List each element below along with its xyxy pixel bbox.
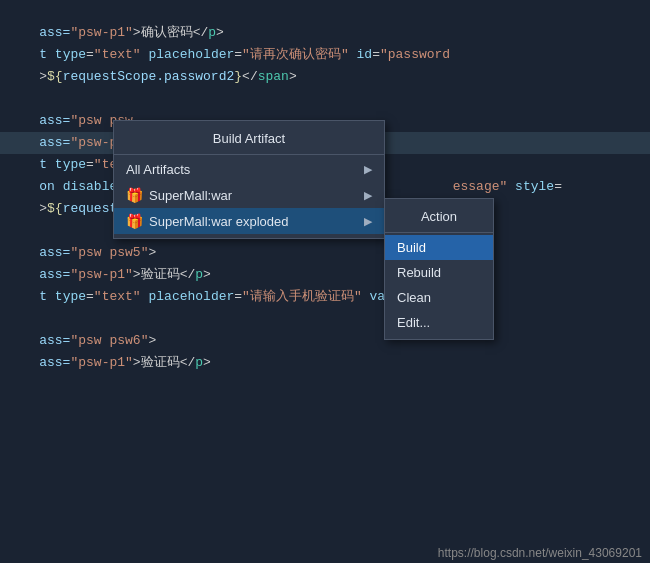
context-menu-build-artifact[interactable]: Build Artifact All Artifacts ▶ 🎁 SuperMa… xyxy=(113,120,385,239)
context-menu-title: Build Artifact xyxy=(114,125,384,152)
editor: ass="psw-p1">确认密码</p> t type="text" plac… xyxy=(0,0,650,563)
action-menu-title: Action xyxy=(385,203,493,230)
supermall-war-exploded-arrow: ▶ xyxy=(364,215,372,228)
supermall-war-label: SuperMall:war xyxy=(149,188,232,203)
code-line-5: ass="psw psw xyxy=(0,88,650,110)
supermall-war-exploded-icon: 🎁 xyxy=(126,213,143,229)
all-artifacts-label: All Artifacts xyxy=(126,162,190,177)
menu-item-build[interactable]: Build xyxy=(385,235,493,260)
supermall-war-icon: 🎁 xyxy=(126,187,143,203)
supermall-war-exploded-label: SuperMall:war exploded xyxy=(149,214,288,229)
status-bar: https://blog.csdn.net/weixin_43069201 xyxy=(430,543,650,563)
edit-label: Edit... xyxy=(397,315,430,330)
all-artifacts-arrow: ▶ xyxy=(364,163,372,176)
action-separator xyxy=(385,232,493,233)
menu-item-supermall-war[interactable]: 🎁 SuperMall:war ▶ xyxy=(114,182,384,208)
rebuild-label: Rebuild xyxy=(397,265,441,280)
menu-item-edit[interactable]: Edit... xyxy=(385,310,493,335)
menu-separator-1 xyxy=(114,154,384,155)
supermall-war-arrow: ▶ xyxy=(364,189,372,202)
context-menu-action[interactable]: Action Build Rebuild Clean Edit... xyxy=(384,198,494,340)
menu-item-clean[interactable]: Clean xyxy=(385,285,493,310)
menu-item-rebuild[interactable]: Rebuild xyxy=(385,260,493,285)
build-label: Build xyxy=(397,240,426,255)
clean-label: Clean xyxy=(397,290,431,305)
status-url: https://blog.csdn.net/weixin_43069201 xyxy=(438,546,642,560)
menu-item-all-artifacts[interactable]: All Artifacts ▶ xyxy=(114,157,384,182)
code-line-1: ass="psw-p1">确认密码</p> xyxy=(0,0,650,22)
code-line-15: ass="psw psw6"> xyxy=(0,308,650,330)
menu-item-supermall-war-exploded[interactable]: 🎁 SuperMall:war exploded ▶ xyxy=(114,208,384,234)
